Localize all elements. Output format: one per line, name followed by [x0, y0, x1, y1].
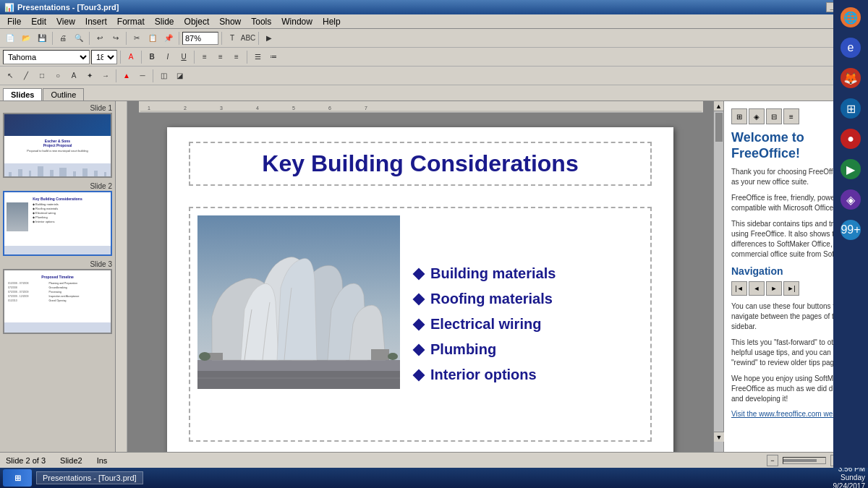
slide-thumb-2[interactable]: Slide 2 Key Building Considerations ◆ Bu…: [3, 182, 112, 256]
window-title: Presentations - [Tour3.prd]: [17, 3, 119, 12]
print-btn[interactable]: 🖨: [56, 31, 70, 46]
desktop-icon-6[interactable]: ▶: [836, 155, 865, 184]
new-btn[interactable]: 📄: [3, 31, 17, 46]
nav-last-btn[interactable]: ►|: [783, 281, 799, 296]
desktop-icon-2[interactable]: e: [836, 33, 865, 62]
diamond-1: [413, 267, 425, 280]
color-btn[interactable]: A: [124, 50, 138, 64]
nav-next-btn[interactable]: ►: [766, 281, 782, 296]
tab-outline[interactable]: Outline: [43, 88, 84, 100]
sep11: [116, 69, 116, 82]
italic-btn[interactable]: I: [161, 50, 175, 64]
start-button[interactable]: ⊞: [3, 469, 32, 487]
diamond-3: [413, 318, 425, 330]
slide-canvas[interactable]: Key Building Considerations: [167, 127, 673, 452]
menu-slide[interactable]: Slide: [150, 16, 179, 27]
menu-object[interactable]: Object: [180, 16, 214, 27]
desktop-icons: 🌐 e 🦊 ⊞ ● ▶ ◈ 99+: [833, 0, 868, 468]
desktop-icon-8[interactable]: 99+: [836, 215, 865, 244]
slide-1-content[interactable]: Escher & SonsProject Proposal Proposal t…: [3, 113, 112, 178]
slide-3-label: Slide 3: [3, 260, 112, 268]
align-left-btn[interactable]: ≡: [197, 50, 212, 64]
tab-slides[interactable]: Slides: [3, 88, 42, 100]
bullets-btn[interactable]: ☰: [250, 50, 265, 64]
desktop-icon-3[interactable]: 🦊: [836, 64, 865, 93]
arrow-btn[interactable]: →: [98, 69, 113, 83]
shadow-btn[interactable]: ◫: [156, 69, 171, 83]
sidebar-icon-3[interactable]: ⊟: [766, 108, 782, 124]
desktop-icon-4[interactable]: ⊞: [836, 94, 865, 123]
icon-img-6: ▶: [841, 159, 861, 179]
fill-color-btn[interactable]: ▲: [119, 69, 134, 83]
slide-2-content[interactable]: Key Building Considerations ◆ Building m…: [3, 191, 112, 256]
sidebar-icon-2[interactable]: ◈: [749, 108, 765, 124]
font-selector[interactable]: Tahoma: [3, 50, 90, 64]
align-right-btn[interactable]: ≡: [229, 50, 244, 64]
3d-btn[interactable]: ◪: [172, 69, 187, 83]
horizontal-ruler: 1 2 3 4 5 6 7: [139, 101, 703, 113]
menu-edit[interactable]: Edit: [27, 16, 51, 27]
menu-view[interactable]: View: [52, 16, 80, 27]
canvas-area[interactable]: 1 2 3 4 5 6 7 Key Building Consideration…: [127, 101, 713, 452]
vertical-scrollbar[interactable]: ▲ ▼: [713, 101, 723, 452]
star-btn[interactable]: ✦: [82, 69, 97, 83]
menu-window[interactable]: Window: [277, 16, 317, 27]
menu-show[interactable]: Show: [215, 16, 245, 27]
slide-3-content[interactable]: Proposed Timeline 01/2008 - 07/2008Plann…: [3, 269, 112, 334]
menu-tools[interactable]: Tools: [247, 16, 276, 27]
scroll-thumb[interactable]: [715, 113, 723, 142]
scroll-down-btn[interactable]: ▼: [714, 432, 724, 442]
zoom-out-btn[interactable]: −: [767, 455, 778, 466]
line-color-btn[interactable]: ─: [135, 69, 150, 83]
menu-file[interactable]: File: [3, 16, 25, 27]
align-center-btn[interactable]: ≡: [213, 50, 228, 64]
icon-img-2: e: [841, 38, 861, 58]
nav-first-btn[interactable]: |◄: [731, 281, 747, 296]
zoom-slider[interactable]: [783, 457, 826, 464]
insert-mode: Ins: [97, 456, 108, 465]
underline-btn[interactable]: U: [176, 50, 191, 64]
select-btn[interactable]: ↖: [3, 69, 17, 83]
slide-title-box[interactable]: Key Building Considerations: [189, 142, 652, 186]
cut-btn[interactable]: ✂: [129, 31, 144, 46]
desktop-icon-5[interactable]: ●: [836, 124, 865, 153]
ellipse-btn[interactable]: ○: [51, 69, 65, 83]
bullet-5-text: Interior options: [430, 367, 537, 383]
view-tabs-bar: Slides Outline: [0, 85, 868, 101]
scroll-up-btn[interactable]: ▲: [714, 101, 723, 111]
svg-rect-11: [197, 371, 400, 389]
text-tool-btn[interactable]: A: [67, 69, 81, 83]
spell-btn[interactable]: ABC: [241, 31, 255, 46]
taskbar-clock: 3:56 PM Sunday 9/24/2017: [833, 465, 866, 488]
sidebar-icon-4[interactable]: ≡: [783, 108, 799, 124]
bullet-4: Plumbing: [414, 341, 643, 358]
menu-insert[interactable]: Insert: [81, 16, 111, 27]
desktop-icon-7[interactable]: ◈: [836, 185, 865, 214]
menu-help[interactable]: Help: [318, 16, 345, 27]
open-btn[interactable]: 📂: [19, 31, 33, 46]
bullet-1-text: Building materials: [430, 265, 556, 282]
numbered-btn[interactable]: ≔: [266, 50, 281, 64]
font-size-selector[interactable]: 18: [91, 50, 117, 64]
sidebar-icon-1[interactable]: ⊞: [731, 108, 747, 124]
zoom-input[interactable]: [182, 32, 218, 45]
nav-prev-btn[interactable]: ◄: [749, 281, 765, 296]
slide-thumb-1[interactable]: Slide 1 Escher & SonsProject Proposal Pr…: [3, 104, 112, 178]
icon-img-8: 99+: [841, 220, 861, 240]
rect-btn[interactable]: □: [35, 69, 49, 83]
redo-btn[interactable]: ↪: [109, 31, 123, 46]
desktop-icon-1[interactable]: 🌐: [836, 3, 865, 32]
text-btn[interactable]: T: [225, 31, 239, 46]
slide-thumb-3[interactable]: Slide 3 Proposed Timeline 01/2008 - 07/2…: [3, 260, 112, 334]
bold-btn[interactable]: B: [145, 50, 159, 64]
menu-format[interactable]: Format: [113, 16, 149, 27]
undo-btn[interactable]: ↩: [93, 31, 107, 46]
save-btn[interactable]: 💾: [35, 31, 49, 46]
preview-btn[interactable]: 🔍: [72, 31, 86, 46]
taskbar-app-btn[interactable]: Presentations - [Tour3.prd]: [36, 471, 143, 484]
play-btn[interactable]: ▶: [262, 31, 276, 46]
slide-content-box[interactable]: Building materials Roofing materials Ele…: [189, 207, 652, 442]
paste-btn[interactable]: 📌: [161, 31, 176, 46]
copy-btn[interactable]: 📋: [145, 31, 160, 46]
line-btn[interactable]: ╱: [19, 69, 33, 83]
